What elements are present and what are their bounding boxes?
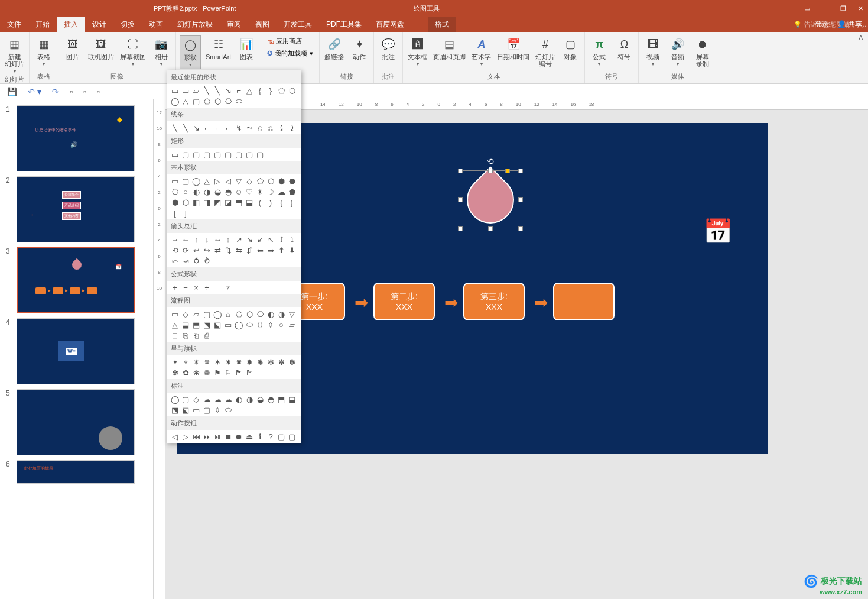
thumbnail-6[interactable]: 6 此处填写的标题: [0, 458, 153, 486]
flow-step-2[interactable]: 第二步: XXX: [373, 283, 435, 320]
shape-item[interactable]: ✾: [170, 367, 180, 378]
ribbon-collapse-button[interactable]: ᐱ: [854, 32, 868, 83]
shape-item[interactable]: ⚐: [223, 367, 233, 378]
shape-item[interactable]: ☁: [201, 394, 212, 404]
shape-item[interactable]: ✦: [170, 357, 180, 367]
shape-item[interactable]: ⌐: [223, 122, 233, 133]
shape-item[interactable]: →: [170, 234, 180, 245]
shape-item[interactable]: ❀: [191, 367, 201, 378]
shapes-button[interactable]: ◯形状▾: [180, 35, 201, 69]
shape-item[interactable]: ▽: [287, 309, 297, 319]
restore-button[interactable]: ❐: [840, 5, 846, 12]
tab-design[interactable]: 设计: [85, 17, 113, 32]
rotate-handle-icon[interactable]: ⟲: [487, 157, 494, 166]
shape-item[interactable]: ⬔: [170, 404, 180, 415]
shape-item[interactable]: ⬓: [287, 394, 297, 404]
shape-item[interactable]: ╲: [170, 122, 180, 133]
shape-item[interactable]: ▭: [180, 85, 191, 96]
shape-item[interactable]: ⬓: [244, 197, 255, 208]
shape-item[interactable]: ⬠: [255, 176, 265, 186]
shape-item[interactable]: ◑: [276, 309, 287, 319]
shape-item[interactable]: ⏯: [212, 431, 223, 442]
shape-item[interactable]: ✻: [265, 357, 276, 367]
shape-item[interactable]: ↗: [233, 234, 244, 245]
shape-item[interactable]: ↪: [201, 245, 212, 255]
shape-item[interactable]: ◯: [170, 96, 180, 106]
my-addins-button[interactable]: ✪我的加载项 ▾: [265, 48, 316, 59]
shape-item[interactable]: ⬡: [244, 309, 255, 319]
shape-item[interactable]: ☁: [276, 186, 287, 197]
shape-item[interactable]: ↔: [212, 234, 223, 245]
shape-item[interactable]: ◇: [191, 394, 201, 404]
shape-item[interactable]: ▢: [191, 149, 201, 160]
shape-item[interactable]: ◊: [265, 319, 276, 330]
shape-item[interactable]: ⬒: [191, 319, 201, 330]
shape-item[interactable]: ⥁: [201, 255, 212, 266]
shape-item[interactable]: ⟳: [180, 245, 191, 255]
shape-item[interactable]: ⇄: [212, 245, 223, 255]
shape-item[interactable]: ⌐: [212, 122, 223, 133]
shape-item[interactable]: ↩: [191, 245, 201, 255]
shape-item[interactable]: ℹ: [255, 431, 265, 442]
shape-item[interactable]: ⎗: [191, 330, 201, 341]
thumbnail-2[interactable]: 2 公司简介 产品介绍 案例内容 ⟵: [0, 174, 153, 245]
shape-item[interactable]: ↘: [223, 85, 233, 96]
shape-item[interactable]: ⚑: [212, 367, 223, 378]
shape-item[interactable]: ↘: [191, 122, 201, 133]
shape-item[interactable]: ⬕: [180, 404, 191, 415]
shape-item[interactable]: ○: [276, 319, 287, 330]
shape-item[interactable]: ▷: [212, 176, 223, 186]
shape-item[interactable]: ⬔: [201, 319, 212, 330]
shape-item[interactable]: }: [287, 197, 297, 208]
shape-item[interactable]: ⏮: [191, 431, 201, 442]
shape-item[interactable]: ▢: [276, 431, 287, 442]
redo-button[interactable]: ↷: [52, 87, 59, 96]
datetime-button[interactable]: 📅日期和时间: [496, 35, 531, 61]
shape-item[interactable]: ⤵: [287, 234, 297, 245]
shape-item[interactable]: ⬅: [255, 245, 265, 255]
shape-item[interactable]: ⇵: [244, 245, 255, 255]
shape-item[interactable]: ⥀: [191, 255, 201, 266]
thumbnail-3[interactable]: 3 📅 ▸ ▸ ▸: [0, 245, 153, 316]
shape-item[interactable]: ⏹: [223, 431, 233, 442]
shape-item[interactable]: ▢: [255, 149, 265, 160]
shape-item[interactable]: ⎌: [255, 122, 265, 133]
share-button[interactable]: 👤 共享: [837, 20, 862, 30]
shape-item[interactable]: ⇆: [233, 245, 244, 255]
shape-item[interactable]: ▭: [223, 319, 233, 330]
tab-file[interactable]: 文件: [0, 17, 28, 32]
shape-item[interactable]: ⌂: [223, 309, 233, 319]
shape-item[interactable]: ✽: [287, 357, 297, 367]
undo-button[interactable]: ↶ ▾: [28, 87, 41, 96]
shape-item[interactable]: ▢: [223, 149, 233, 160]
shape-item[interactable]: ⬯: [255, 319, 265, 330]
resize-handle-tm[interactable]: [488, 169, 493, 173]
shape-item[interactable]: ⌐: [233, 85, 244, 96]
shape-item[interactable]: ⎌: [265, 122, 276, 133]
shape-item[interactable]: ▱: [191, 85, 201, 96]
tab-insert[interactable]: 插入: [57, 17, 85, 32]
tab-review[interactable]: 审阅: [220, 17, 248, 32]
shape-item[interactable]: 🏲: [233, 367, 244, 378]
shape-item[interactable]: ▭: [191, 404, 201, 415]
shape-item[interactable]: ▢: [180, 149, 191, 160]
shape-item[interactable]: ✶: [212, 357, 223, 367]
login-link[interactable]: 登录: [815, 20, 829, 30]
shape-item[interactable]: ≠: [223, 282, 233, 293]
shape-item[interactable]: ◩: [212, 197, 223, 208]
shape-item[interactable]: ?: [265, 431, 276, 442]
shape-item[interactable]: ⎘: [180, 330, 191, 341]
shape-item[interactable]: ☁: [223, 394, 233, 404]
shape-item[interactable]: ◑: [201, 186, 212, 197]
shape-item[interactable]: ◊: [212, 404, 223, 415]
qat-item-1[interactable]: ▫: [70, 87, 73, 96]
shape-item[interactable]: ⏺: [233, 431, 244, 442]
shape-item[interactable]: ◇: [180, 309, 191, 319]
new-slide-button[interactable]: ▦ 新建 幻灯片 ▾: [4, 35, 25, 75]
screen-recording-button[interactable]: ⏺屏幕 录制: [692, 35, 713, 69]
shape-item[interactable]: ⬆: [276, 245, 287, 255]
shape-item[interactable]: ▢: [180, 176, 191, 186]
shape-item[interactable]: ): [265, 197, 276, 208]
shape-item[interactable]: ○: [180, 186, 191, 197]
shape-item[interactable]: ⎔: [255, 309, 265, 319]
